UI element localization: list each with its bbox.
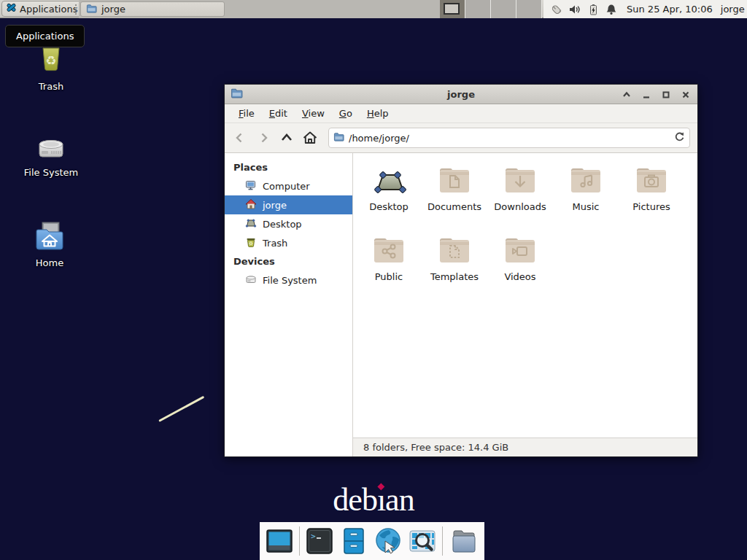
up-button[interactable] [276,127,298,149]
sidebar-item-desktop[interactable]: Desktop [225,214,352,233]
app-finder-icon[interactable] [408,526,437,556]
file-item-music[interactable]: Music [553,160,619,230]
desktop-icon-label: File System [16,167,86,178]
close-button[interactable] [680,89,692,101]
sidebar-item-trash[interactable]: ♻ Trash [225,233,352,252]
file-item-desktop[interactable]: Desktop [356,160,422,230]
xfce-logo-icon [6,2,17,15]
sidebar-item-label: Desktop [263,219,302,230]
file-item-label: Public [356,271,422,282]
back-button[interactable] [229,127,251,149]
taskbar-window-button[interactable]: jorge [80,1,225,17]
debian-logo: debıan [333,481,414,518]
file-item-label: Pictures [619,201,684,212]
toolbar [225,123,697,153]
dock-separator [442,526,443,556]
path-input[interactable] [349,133,670,144]
terminal-icon[interactable]: > [305,526,334,556]
sidebar-item-jorge[interactable]: jorge [225,195,352,214]
file-manager-window: jorge File Edit View Go Help [224,84,698,457]
mouse-cursor-line [158,396,204,422]
file-item-label: Downloads [487,201,553,212]
panel-clock[interactable]: Sun 25 Apr, 10:06 [627,4,713,15]
workspace-3[interactable] [491,0,516,18]
trash-icon: ♻ [245,236,257,250]
window-titlebar[interactable]: jorge [225,85,697,104]
workspace-window-preview [444,3,460,15]
dock-separator [299,526,300,556]
applications-tooltip: Applications [5,25,85,47]
volume-icon[interactable] [568,4,581,15]
path-folder-icon [333,131,344,144]
taskbar: jorge [79,0,440,18]
battery-charging-icon[interactable] [587,4,599,15]
desktop-pad-icon [356,165,422,195]
file-item-documents[interactable]: Documents [422,160,487,230]
menu-view[interactable]: View [295,106,331,121]
applications-menu-label: Applications [20,4,77,15]
sidebar-item-label: Trash [263,238,287,249]
file-item-label: Documents [422,201,487,212]
top-panel: Applications jorge [0,0,747,18]
desktop-icon-file-system[interactable]: File System [16,122,86,178]
path-bar[interactable] [328,128,690,148]
svg-text:♻: ♻ [249,241,253,246]
status-text: 8 folders, Free space: 14.4 GiB [363,442,508,453]
folder-documents-icon [422,165,487,195]
file-item-public[interactable]: Public [356,230,422,300]
file-manager-icon[interactable] [339,526,368,556]
sidebar: Places Computer [225,153,353,456]
workspace-1[interactable] [440,0,465,18]
workspace-4[interactable] [516,0,542,18]
drive-icon [245,273,257,287]
home-icon [245,198,257,212]
sidebar-header-devices: Devices [225,252,352,271]
folder-videos-icon [487,235,553,265]
folder-templates-icon [422,235,487,265]
folder-icon [86,3,97,16]
applications-menu-button[interactable]: Applications [1,1,83,17]
show-desktop-icon[interactable] [265,526,294,556]
file-item-label: Desktop [356,201,422,212]
reload-icon[interactable] [674,131,685,144]
home-button[interactable] [299,127,321,149]
file-item-label: Music [553,201,619,212]
workspace-2[interactable] [465,0,491,18]
minimize-button[interactable] [640,89,652,101]
menu-help[interactable]: Help [360,106,395,121]
menu-file[interactable]: File [232,106,261,121]
folder-downloads-icon [487,165,553,195]
menu-bar: File Edit View Go Help [225,104,697,123]
shade-button[interactable] [621,89,632,101]
svg-text:>: > [311,532,316,541]
file-item-label: Videos [487,271,553,282]
dock-panel: > [260,522,484,560]
file-item-pictures[interactable]: Pictures [619,160,684,230]
file-item-videos[interactable]: Videos [487,230,553,300]
maximize-button[interactable] [660,89,672,101]
workspace-switcher[interactable] [440,0,542,18]
folder-music-icon [553,165,619,195]
directory-menu-icon[interactable] [448,526,477,556]
folder-public-icon [356,235,422,265]
panel-grip-handle[interactable] [74,4,78,15]
file-item-templates[interactable]: Templates [422,230,487,300]
file-item-downloads[interactable]: Downloads [487,160,553,230]
menu-edit[interactable]: Edit [263,106,294,121]
panel-user-menu[interactable]: jorge [721,4,745,15]
sidebar-item-computer[interactable]: Computer [225,176,352,195]
sidebar-item-label: Computer [263,181,310,192]
mouse-icon[interactable] [549,3,562,15]
web-browser-icon[interactable] [374,526,403,556]
menu-go[interactable]: Go [333,106,359,121]
sidebar-item-file-system[interactable]: File System [225,271,352,289]
home-folder-icon [15,213,85,254]
desktop-icon-label: Home [15,257,85,268]
desktop-icon-home[interactable]: Home [15,213,85,268]
forward-button[interactable] [252,127,274,149]
svg-text:♻: ♻ [45,53,56,68]
sidebar-item-label: File System [263,275,317,286]
desktop-icon [245,217,257,231]
hard-drive-icon [16,122,86,163]
notification-bell-icon[interactable] [605,4,617,15]
